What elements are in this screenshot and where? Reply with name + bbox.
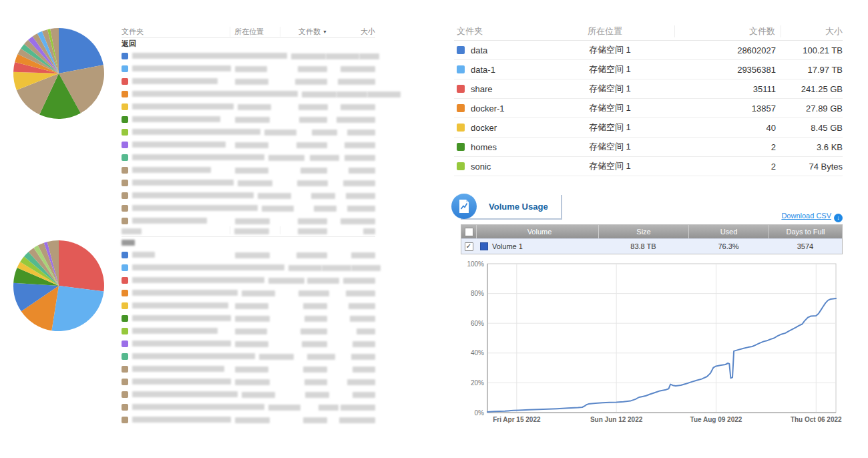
redacted-text — [235, 316, 270, 322]
redacted-text — [132, 91, 298, 97]
folder-row-redacted[interactable] — [122, 113, 375, 126]
folder-row-redacted[interactable] — [122, 126, 375, 138]
folder-file-count: 35111 — [676, 84, 776, 94]
folder-location: 存储空间 1 — [589, 102, 676, 114]
folder-location: 存储空间 1 — [589, 141, 676, 153]
folder-size: 74 Bytes — [776, 162, 843, 172]
folder-row-redacted[interactable] — [122, 299, 375, 312]
folder-row-redacted[interactable] — [122, 413, 375, 426]
folder-color-swatch — [122, 65, 128, 72]
redacted-text — [262, 206, 294, 212]
folder-row-redacted[interactable] — [122, 363, 375, 375]
folder-row-redacted[interactable] — [122, 202, 375, 214]
folder-size: 27.89 GB — [776, 103, 843, 113]
folder-row-redacted[interactable] — [122, 87, 375, 100]
pie-slice[interactable] — [51, 286, 103, 331]
header-volume[interactable]: Volume — [476, 225, 598, 238]
folder-row-redacted[interactable] — [122, 248, 375, 261]
redacted-text — [235, 117, 270, 123]
redacted-text — [132, 404, 264, 410]
x-axis-tick-label: Sun Jun 12 2022 — [590, 416, 643, 423]
folder-row-redacted[interactable] — [122, 100, 375, 113]
folder-row-redacted[interactable] — [122, 49, 375, 62]
volume-row[interactable]: ✓ Volume 1 83.8 TB 76.3% 3574 — [461, 238, 842, 254]
redacted-text — [307, 354, 335, 360]
redacted-text — [291, 53, 326, 59]
download-icon[interactable]: ↓ — [834, 214, 843, 222]
header-folder[interactable]: 文件夹 — [454, 25, 588, 37]
redacted-text — [235, 142, 268, 148]
folder-row[interactable]: docker 存储空间 1 40 8.45 GB — [454, 118, 843, 138]
redacted-text — [339, 417, 375, 423]
folder-row-redacted[interactable] — [122, 189, 375, 202]
folder-row-redacted[interactable] — [122, 274, 375, 286]
redacted-text — [302, 91, 337, 97]
storage-analyzer-page: 文件夹 所在位置 文件数▼ 大小 返回 文件夹 所在位置 文件数 大小 data… — [0, 0, 868, 458]
folder-row-redacted[interactable] — [122, 151, 375, 164]
folder-row-redacted[interactable] — [122, 388, 375, 401]
folder-size: 8.45 GB — [776, 123, 843, 133]
folder-row-redacted[interactable] — [122, 324, 375, 337]
redacted-text — [346, 290, 375, 296]
redacted-text — [343, 180, 375, 186]
folder-row-redacted[interactable] — [122, 75, 375, 87]
folder-color-swatch — [122, 366, 128, 373]
header-location[interactable]: 所在位置 — [588, 25, 674, 37]
header-count[interactable]: 文件数 — [674, 25, 775, 37]
y-axis-tick-label: 20% — [471, 379, 484, 387]
folder-row-redacted[interactable] — [122, 164, 375, 176]
sort-desc-icon: ▼ — [322, 29, 327, 34]
folder-row-redacted[interactable] — [122, 337, 375, 350]
header-size[interactable]: Size — [598, 225, 688, 238]
redacted-text — [307, 278, 339, 284]
redacted-text — [322, 265, 351, 271]
redacted-text — [302, 341, 327, 347]
folder-row-redacted[interactable] — [122, 312, 375, 324]
folder-row-redacted[interactable] — [122, 261, 375, 274]
redacted-text — [132, 290, 238, 296]
redacted-text — [132, 65, 231, 71]
folder-row[interactable]: share 存储空间 1 35111 241.25 GB — [454, 79, 843, 99]
folder-row-redacted[interactable] — [122, 350, 375, 363]
redacted-text — [132, 154, 264, 160]
header-location[interactable]: 所在位置 — [230, 27, 280, 37]
header-used[interactable]: Used — [688, 225, 769, 238]
header-size[interactable]: 大小 — [781, 25, 843, 37]
header-count-sorted[interactable]: 文件数▼ — [280, 27, 327, 37]
folders-table-rows: data 存储空间 1 28602027 100.21 TBdata-1 存储空… — [454, 41, 843, 176]
redacted-text — [122, 240, 135, 246]
redacted-text — [341, 218, 375, 224]
redacted-text — [341, 104, 375, 110]
volume-size: 83.8 TB — [598, 239, 688, 254]
header-folder[interactable]: 文件夹 — [122, 27, 230, 37]
header-size[interactable]: 大小 — [327, 27, 375, 37]
folder-row-redacted[interactable] — [122, 138, 375, 151]
folder-row-redacted[interactable] — [122, 375, 375, 388]
header-select-all-checkbox[interactable] — [461, 225, 476, 238]
redacted-text — [235, 79, 268, 85]
folder-size: 3.6 KB — [776, 142, 843, 152]
folder-row[interactable]: data-1 存储空间 1 29356381 17.97 TB — [454, 60, 843, 79]
download-csv-link[interactable]: Download CSV — [781, 212, 831, 220]
redacted-text — [345, 142, 375, 148]
folder-row-redacted[interactable] — [122, 286, 375, 299]
folder-file-count: 2 — [676, 142, 776, 152]
back-link[interactable]: 返回 — [122, 38, 375, 49]
folder-row[interactable]: sonic 存储空间 1 2 74 Bytes — [454, 157, 843, 176]
redacted-text — [295, 79, 327, 85]
folder-row[interactable]: data 存储空间 1 28602027 100.21 TB — [454, 41, 843, 60]
folder-row-redacted[interactable] — [122, 176, 375, 189]
redacted-text — [300, 328, 327, 334]
back-link-redacted[interactable] — [122, 237, 375, 248]
volume-checkbox[interactable]: ✓ — [465, 242, 473, 251]
pie-slice[interactable] — [59, 240, 104, 292]
folder-row-redacted[interactable] — [122, 401, 375, 413]
redacted-text — [132, 218, 207, 224]
folder-row[interactable]: homes 存储空间 1 2 3.6 KB — [454, 138, 843, 157]
redacted-text — [132, 167, 211, 173]
header-days-to-full[interactable]: Days to Full — [769, 225, 842, 238]
folder-row[interactable]: docker-1 存储空间 1 13857 27.89 GB — [454, 99, 843, 118]
redacted-text — [235, 379, 270, 385]
redacted-text — [234, 228, 269, 234]
folder-row-redacted[interactable] — [122, 62, 375, 75]
